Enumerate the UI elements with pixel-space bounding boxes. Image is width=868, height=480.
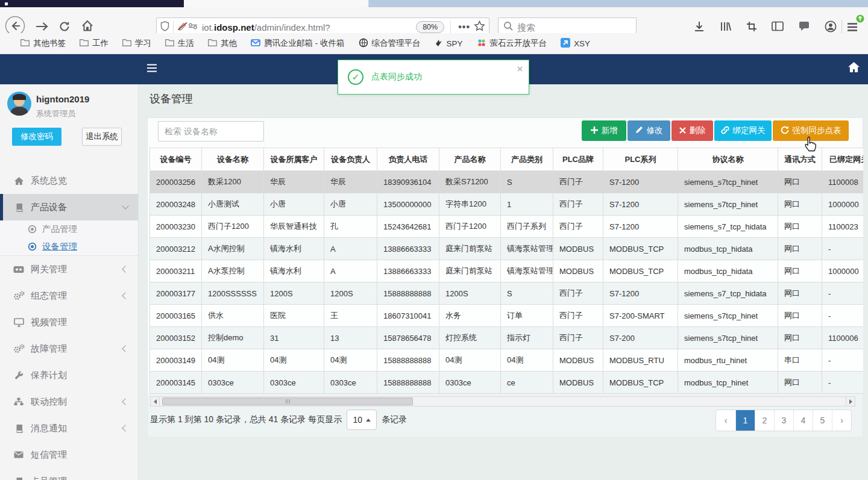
bookmark-spy[interactable]: SPY: [435, 39, 463, 49]
table-row[interactable]: 200003211A水泵控制镇海水利A13886663333庭来门前泵站镇海泵站…: [150, 260, 864, 282]
table-cell: MODBUS_TCP: [603, 372, 678, 394]
horizontal-scrollbar[interactable]: [150, 396, 855, 407]
table-row[interactable]: 200003152控制demo311315878656478灯控系统指示灯西门子…: [150, 327, 864, 349]
table-cell: 200003248: [150, 193, 202, 216]
edit-device-button[interactable]: 修改: [627, 120, 670, 141]
table-cell: 网口: [778, 260, 822, 282]
table-row[interactable]: 200003230西门子1200华辰智通科技孔15243642681西门子120…: [150, 216, 864, 238]
scroll-left-button[interactable]: [150, 396, 160, 407]
sidebar-item-product-device[interactable]: 产品设备: [0, 194, 139, 220]
home-button[interactable]: [81, 20, 94, 32]
sidebar: hignton2019 系统管理员 修改密码 退出系统 系统总览产品设备产品管理…: [0, 84, 139, 480]
page-prev[interactable]: ‹: [716, 410, 735, 431]
sidebar-item-message-notify[interactable]: 消息通知: [0, 415, 139, 441]
sidebar-item-card-management[interactable]: 卡号管理: [0, 468, 139, 480]
page-next[interactable]: ›: [832, 410, 851, 431]
bookmark-label: XSY: [574, 39, 590, 48]
bookmark-folder[interactable]: 生活: [165, 38, 194, 49]
shield-icon[interactable]: [160, 21, 169, 34]
library-icon[interactable]: [720, 21, 732, 34]
toast-success: ✓ 点表同步成功 ×: [338, 60, 529, 95]
table-row[interactable]: 200003165供水医院王18607310041水务订单西门子S7-200-S…: [150, 305, 864, 327]
sidebar-item-config-management[interactable]: 组态管理: [0, 282, 139, 309]
sidebar-item-video-management[interactable]: 视频管理: [0, 309, 139, 335]
sidebar-item-device-management[interactable]: 设备管理: [0, 238, 139, 255]
xsy-icon: [561, 38, 570, 49]
bookmark-folder[interactable]: 工作: [80, 38, 108, 49]
download-icon[interactable]: [693, 20, 705, 35]
table-row[interactable]: 200003248小唐测试小唐小唐13500000000字符串12001西门子S…: [150, 193, 864, 216]
gears-icon: [12, 291, 25, 301]
sidebar-toggle-burger-icon[interactable]: [146, 64, 157, 75]
table-row[interactable]: 20000314904测04测04测1588888888804测04测MODBU…: [150, 349, 864, 372]
bookmark-folder[interactable]: 学习: [122, 38, 151, 49]
bookmark-star-icon[interactable]: [474, 20, 485, 34]
forward-button[interactable]: [35, 21, 49, 32]
table-cell: 华辰: [264, 171, 324, 193]
table-cell: 15243642681: [377, 216, 439, 238]
blocked-content-icon[interactable]: [177, 22, 188, 33]
sidebar-item-product-management[interactable]: 产品管理: [0, 220, 139, 238]
table-row[interactable]: 200003212A水闸控制镇海水利A13886663333庭来门前泵站镇海泵站…: [150, 238, 864, 260]
page-actions-icon[interactable]: •••: [458, 22, 470, 33]
page-4[interactable]: 4: [793, 410, 813, 431]
account-icon[interactable]: [825, 20, 837, 35]
logout-button[interactable]: 退出系统: [82, 128, 122, 146]
per-page-select[interactable]: 10: [347, 410, 377, 430]
bookmark-xsy[interactable]: XSY: [561, 38, 590, 49]
bind-gateway-button[interactable]: 绑定网关: [714, 120, 772, 141]
messages-icon[interactable]: [798, 21, 810, 34]
page-1[interactable]: 1: [735, 410, 755, 431]
sidebar-toggle-icon[interactable]: [772, 21, 784, 34]
bookmark-tencent-mail[interactable]: 腾讯企业邮箱 - 收件箱: [251, 38, 345, 49]
scrollbar-track[interactable]: [160, 396, 846, 407]
screenshot-icon[interactable]: [746, 21, 757, 34]
toast-close-icon[interactable]: ×: [517, 64, 523, 75]
browser-tab-active[interactable]: [0, 0, 184, 7]
pencil-icon: [635, 126, 643, 136]
device-search-input[interactable]: [158, 121, 264, 142]
sidebar-item-linkage-control[interactable]: 联动控制: [0, 388, 139, 415]
table-cell: 04测: [202, 349, 264, 372]
column-header: 设备名称: [202, 148, 264, 171]
change-password-button[interactable]: 修改密码: [12, 128, 61, 146]
avatar: [7, 92, 31, 116]
table-row[interactable]: 200003256数采1200华辰华辰18390936104数采S71200S西…: [150, 171, 864, 193]
table-cell: 华辰: [324, 171, 377, 193]
sidebar-item-fault-management[interactable]: 故障管理: [0, 335, 139, 362]
bookmark-mgmt-platform[interactable]: 综合管理平台: [359, 38, 421, 49]
bookmark-label: 工作: [92, 38, 108, 49]
bookmarks-bar: 其他书签工作学习生活其他腾讯企业邮箱 - 收件箱综合管理平台SPY萤石云开放平台…: [0, 33, 868, 54]
plus-icon: [591, 126, 598, 136]
page-2[interactable]: 2: [755, 410, 774, 431]
table-cell: 网口: [778, 238, 822, 260]
table-cell: 庭来门前泵站: [439, 260, 501, 282]
sidebar-item-system-overview[interactable]: 系统总览: [0, 167, 139, 194]
app-home-icon[interactable]: [848, 61, 860, 75]
scrollbar-thumb[interactable]: [162, 397, 413, 405]
permissions-icon[interactable]: [188, 22, 198, 33]
browser-search-input[interactable]: [517, 22, 620, 33]
table-cell: A水闸控制: [202, 238, 264, 260]
sidebar-item-sms-management[interactable]: 短信管理: [0, 441, 139, 468]
sidebar-item-maintenance-plan[interactable]: 保养计划: [0, 362, 139, 388]
page-3[interactable]: 3: [774, 410, 793, 431]
bookmark-folder[interactable]: 其他书签: [20, 38, 66, 49]
sidebar-item-gateway-management[interactable]: 网关管理: [0, 256, 139, 282]
zoom-level-badge[interactable]: 80%: [416, 21, 444, 33]
table-cell: 1: [501, 193, 553, 216]
ys7-icon: [477, 38, 486, 49]
reload-button[interactable]: [58, 20, 71, 33]
bookmark-ys7-open[interactable]: 萤石云开放平台: [477, 38, 547, 49]
table-row[interactable]: 2000031771200SSSSSS1200S1200S15888888888…: [150, 282, 864, 305]
bookmark-folder[interactable]: 其他: [208, 38, 237, 49]
browser-tab-inactive[interactable]: [184, 0, 369, 7]
delete-device-button[interactable]: 删除: [671, 120, 713, 141]
table-cell: 200003152: [150, 327, 202, 349]
page-5[interactable]: 5: [813, 410, 832, 431]
table-cell: 04测: [264, 349, 324, 372]
table-row[interactable]: 2000031450303ce0303ce0303ce1588888888803…: [150, 372, 864, 394]
button-label: 修改: [647, 125, 663, 136]
add-device-button[interactable]: 新增: [582, 120, 626, 141]
scroll-right-button[interactable]: [846, 396, 855, 407]
